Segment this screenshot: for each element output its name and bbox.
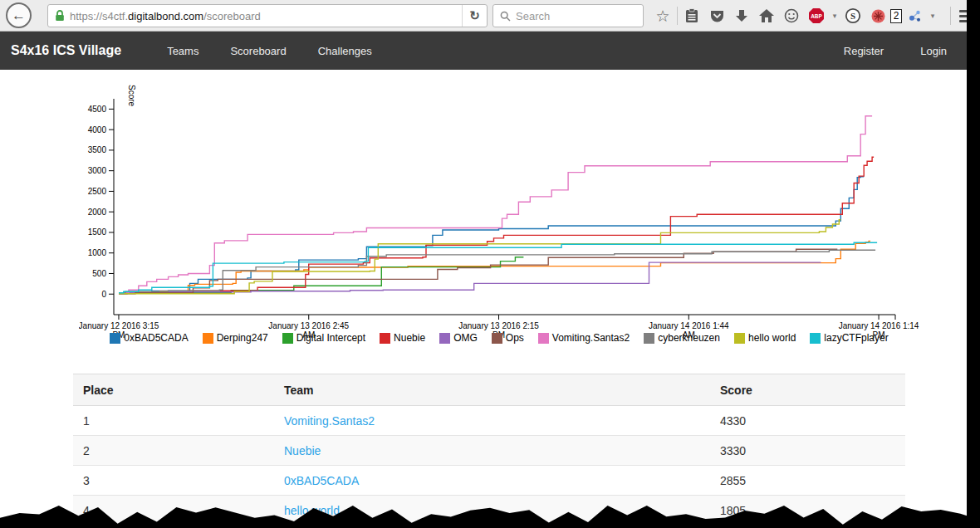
abp-icon[interactable]: ABP — [804, 7, 829, 24]
search-icon — [500, 11, 511, 22]
svg-text:January 14 2016 1:44: January 14 2016 1:44 — [649, 321, 729, 330]
molecule-caret-icon[interactable]: ▾ — [927, 12, 938, 20]
svg-text:0: 0 — [101, 290, 106, 299]
legend-item: cyberkneuzen — [644, 332, 720, 344]
score-cell: 3330 — [710, 436, 905, 466]
team-link[interactable]: 0xBAD5CADA — [284, 474, 359, 487]
legend-swatch — [380, 333, 390, 344]
nav-link-challenges[interactable]: Challenges — [318, 45, 372, 57]
legend-swatch — [644, 333, 654, 344]
legend-swatch — [538, 333, 549, 344]
brand[interactable]: S4x16 ICS Village — [11, 43, 121, 58]
legend-label: Nuebie — [394, 332, 425, 344]
nav-link-teams[interactable]: Teams — [167, 45, 198, 57]
download-icon[interactable] — [729, 9, 754, 23]
legend-item: Nuebie — [380, 332, 425, 344]
bookmark-star-icon[interactable]: ☆ — [650, 8, 675, 24]
toolbar-separator — [677, 7, 678, 25]
svg-text:1000: 1000 — [88, 248, 107, 257]
screenshot-right-edge — [967, 0, 980, 528]
reload-icon: ↻ — [469, 8, 480, 23]
reload-button[interactable]: ↻ — [462, 5, 487, 27]
molecule-icon[interactable] — [902, 9, 927, 23]
legend-swatch — [203, 333, 213, 344]
legend-item: 0xBAD5CADA — [110, 332, 188, 344]
s-circle-icon[interactable]: S — [840, 7, 865, 24]
site-navbar: S4x16 ICS Village Teams Scoreboard Chall… — [0, 32, 967, 70]
table-row: 30xBAD5CADA2855 — [73, 466, 905, 496]
legend-swatch — [734, 333, 745, 344]
abp-caret-icon[interactable]: ▾ — [829, 12, 840, 20]
team-cell: 0xBAD5CADA — [274, 466, 710, 496]
back-button[interactable]: ← — [6, 2, 32, 28]
svg-text:2500: 2500 — [88, 187, 107, 196]
legend-label: Digital Intercept — [296, 332, 365, 344]
place-cell: 1 — [73, 406, 274, 436]
legend-swatch — [810, 333, 821, 344]
svg-text:Score: Score — [127, 85, 136, 107]
pocket-icon[interactable] — [704, 9, 729, 23]
score-cell: 2855 — [710, 466, 905, 496]
smiley-icon[interactable] — [779, 8, 804, 23]
team-cell: Nuebie — [274, 436, 710, 466]
legend-label: OMG — [453, 332, 478, 344]
legend-swatch — [439, 333, 450, 344]
search-bar[interactable] — [492, 4, 644, 27]
legend-item: Derping247 — [203, 332, 268, 344]
legend-item: hello world — [734, 332, 796, 344]
legend-item: Ops — [492, 332, 524, 344]
table-header-row: Place Team Score — [73, 374, 905, 406]
score-chart-svg: 050010001500200025003000350040004500Janu… — [79, 78, 919, 342]
table-row: 2Nuebie3330 — [73, 436, 905, 466]
legend-label: Derping247 — [217, 332, 268, 344]
svg-text:3500: 3500 — [88, 145, 107, 154]
svg-text:1500: 1500 — [88, 227, 107, 237]
standings: Place Team Score 1Vomiting.Santas243302N… — [73, 374, 905, 526]
legend-label: Ops — [506, 332, 524, 344]
standings-table: Place Team Score 1Vomiting.Santas243302N… — [73, 374, 905, 526]
col-header-team: Team — [274, 374, 710, 406]
legend-item: Vomiting.Santas2 — [538, 332, 630, 344]
nav-link-login[interactable]: Login — [920, 45, 947, 57]
team-cell: Vomiting.Santas2 — [274, 406, 710, 436]
score-cell: 4330 — [710, 406, 905, 436]
counter-badge: 2 — [890, 9, 902, 23]
svg-text:2000: 2000 — [88, 208, 107, 217]
back-icon: ← — [12, 7, 26, 24]
svg-text:4500: 4500 — [88, 105, 107, 114]
legend-label: 0xBAD5CADA — [124, 332, 188, 344]
toolbar-separator — [950, 7, 951, 25]
score-chart: 050010001500200025003000350040004500Janu… — [0, 78, 967, 354]
svg-text:January 14 2016 1:14: January 14 2016 1:14 — [839, 321, 919, 330]
place-cell: 2 — [73, 436, 274, 466]
svg-text:4000: 4000 — [88, 125, 107, 134]
browser-toolbar: ← https://s4ctf.digitalbond.com/scoreboa… — [0, 0, 967, 32]
svg-text:January 13 2016 2:15: January 13 2016 2:15 — [458, 321, 539, 330]
team-link[interactable]: Vomiting.Santas2 — [284, 414, 375, 428]
svg-text:January 13 2016 2:45: January 13 2016 2:45 — [268, 321, 349, 330]
nav-link-register[interactable]: Register — [844, 45, 884, 57]
url-bar[interactable]: https://s4ctf.digitalbond.com/scoreboard… — [47, 4, 488, 27]
place-cell: 3 — [73, 466, 274, 496]
svg-text:ABP: ABP — [811, 13, 822, 19]
team-link[interactable]: Nuebie — [284, 444, 321, 457]
legend-item: OMG — [439, 332, 478, 344]
table-row: 1Vomiting.Santas24330 — [73, 406, 905, 436]
reading-list-icon[interactable] — [679, 8, 704, 23]
search-input[interactable] — [516, 10, 624, 22]
nav-link-scoreboard[interactable]: Scoreboard — [230, 45, 286, 57]
svg-text:3000: 3000 — [88, 166, 107, 175]
legend-swatch — [492, 333, 502, 344]
url-text: https://s4ctf.digitalbond.com/scoreboard — [70, 10, 261, 22]
legend-swatch — [282, 333, 293, 344]
svg-text:January 12 2016 3:15: January 12 2016 3:15 — [79, 321, 159, 330]
svg-text:500: 500 — [92, 269, 106, 278]
legend-swatch — [110, 333, 120, 344]
legend-label: hello world — [748, 332, 796, 344]
legend-item: lazyCTFplayer — [810, 332, 888, 344]
home-icon[interactable] — [754, 9, 779, 22]
col-header-place: Place — [73, 374, 274, 406]
lock-icon — [55, 10, 65, 22]
legend-item: Digital Intercept — [282, 332, 365, 344]
alert-icon[interactable] — [865, 8, 890, 24]
